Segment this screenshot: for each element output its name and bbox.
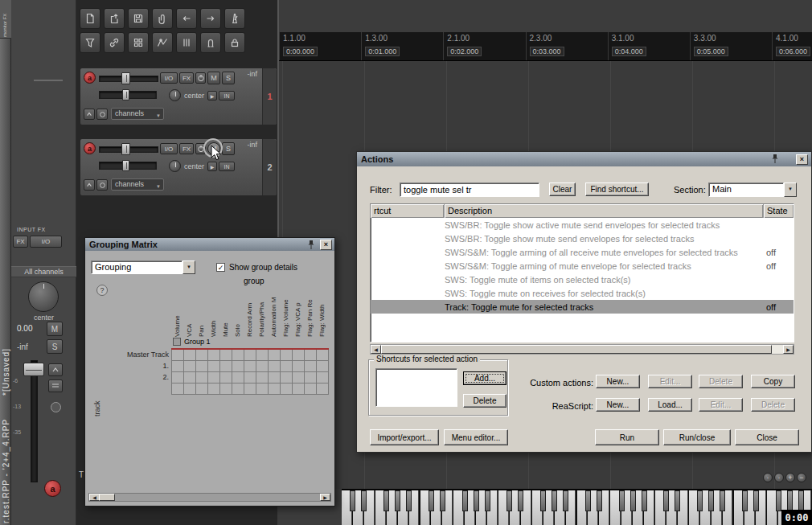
grouping-cell[interactable] bbox=[244, 350, 256, 361]
grouping-cell[interactable] bbox=[208, 361, 220, 372]
action-row[interactable]: SWS/S&M: Toggle arming of all receive mu… bbox=[371, 245, 794, 259]
clear-button[interactable]: Clear bbox=[549, 183, 576, 196]
master-envelope-button[interactable] bbox=[48, 363, 63, 376]
track1-solo-button[interactable]: S bbox=[222, 72, 235, 84]
grouping-cell[interactable] bbox=[208, 372, 220, 383]
grouping-cell[interactable] bbox=[172, 383, 184, 395]
pin-icon[interactable] bbox=[771, 154, 779, 164]
menu-editor-button[interactable]: Menu editor... bbox=[444, 429, 508, 445]
piano-black-key[interactable] bbox=[585, 490, 591, 511]
grouping-cell[interactable] bbox=[232, 372, 244, 383]
track2-io-button[interactable]: I/O bbox=[160, 143, 178, 154]
grouping-cell[interactable] bbox=[256, 383, 269, 395]
run-close-button[interactable]: Run/close bbox=[663, 429, 731, 445]
grouping-cell[interactable] bbox=[232, 383, 244, 395]
all-channels-label[interactable]: All channels bbox=[11, 266, 76, 277]
track1-envelope-button[interactable] bbox=[84, 109, 95, 120]
scroll-dot2-icon[interactable]: · bbox=[774, 473, 784, 482]
grouping-cell[interactable] bbox=[220, 383, 232, 395]
grouping-matrix-window[interactable]: Grouping Matrix × Grouping ▼ ✓ Show grou… bbox=[84, 237, 335, 507]
master-mute-button[interactable]: M bbox=[47, 322, 63, 336]
reascript-new-button[interactable]: New... bbox=[596, 398, 640, 412]
track2-input-button[interactable]: IN bbox=[219, 162, 235, 171]
grouping-cell[interactable] bbox=[184, 383, 196, 395]
grouping-cell[interactable] bbox=[184, 372, 196, 383]
track-panel-2[interactable]: a I/O FX M S -inf center ▶ IN channels▼ … bbox=[80, 138, 277, 196]
grouping-cell[interactable] bbox=[196, 372, 208, 383]
grouping-cell[interactable] bbox=[196, 350, 208, 361]
redo-arrow-icon[interactable] bbox=[200, 8, 221, 29]
timeline-marker[interactable]: 1.3.000:01.000 bbox=[365, 34, 400, 57]
custom-actions-new-button[interactable]: New... bbox=[596, 375, 640, 388]
scroll-dot-icon[interactable]: · bbox=[763, 473, 773, 482]
column-header-shortcut[interactable]: rtcut bbox=[371, 204, 445, 218]
piano-black-key[interactable] bbox=[619, 490, 625, 511]
track2-volume-handle[interactable] bbox=[121, 143, 130, 155]
metronome-icon[interactable] bbox=[224, 8, 245, 29]
piano-black-key[interactable] bbox=[361, 490, 367, 511]
help-button[interactable]: ? bbox=[96, 285, 108, 296]
actions-titlebar[interactable]: Actions × bbox=[357, 152, 811, 166]
piano-black-key[interactable] bbox=[429, 490, 434, 511]
scroll-left-icon[interactable]: ◀ bbox=[371, 345, 381, 354]
grouping-cell[interactable] bbox=[220, 372, 232, 383]
track1-mute-button[interactable]: M bbox=[207, 72, 220, 84]
column-header-state[interactable]: State bbox=[764, 204, 794, 218]
pin-icon[interactable] bbox=[307, 240, 315, 250]
track1-pan-handle[interactable] bbox=[122, 89, 129, 100]
grouping-cell[interactable] bbox=[269, 383, 281, 395]
piano-black-key[interactable] bbox=[540, 490, 546, 511]
grouping-titlebar[interactable]: Grouping Matrix × bbox=[85, 238, 334, 251]
grouping-cell[interactable] bbox=[172, 361, 184, 372]
zoom-out-button[interactable]: − bbox=[797, 473, 806, 482]
zoom-in-button[interactable]: + bbox=[785, 473, 795, 482]
piano-black-key[interactable] bbox=[753, 490, 759, 511]
piano-black-key[interactable] bbox=[742, 490, 748, 511]
show-group-details-checkbox[interactable]: ✓ bbox=[216, 263, 225, 272]
grouping-cell[interactable] bbox=[244, 361, 256, 372]
grouping-cell[interactable] bbox=[293, 372, 305, 383]
track2-phase-button[interactable] bbox=[96, 179, 108, 191]
custom-actions-copy-button[interactable]: Copy bbox=[751, 375, 795, 388]
open-document-icon[interactable] bbox=[104, 8, 125, 29]
track2-fx-button[interactable]: FX bbox=[179, 143, 194, 154]
master-solo-button[interactable]: S bbox=[47, 339, 63, 354]
piano-black-key[interactable] bbox=[663, 490, 669, 511]
grouping-cell[interactable] bbox=[196, 383, 208, 395]
track1-fx-bypass-button[interactable] bbox=[195, 72, 206, 84]
close-icon[interactable]: × bbox=[320, 240, 332, 250]
piano-black-key[interactable] bbox=[720, 490, 725, 511]
track1-recarm-button[interactable]: a bbox=[84, 72, 96, 84]
piano-black-key[interactable] bbox=[518, 490, 523, 511]
paperclip-icon[interactable] bbox=[152, 8, 173, 29]
piano-black-key[interactable] bbox=[563, 490, 568, 511]
timeline-marker[interactable]: 3.1.000:04.000 bbox=[612, 34, 646, 57]
grouping-cell[interactable] bbox=[256, 361, 269, 372]
grouping-cell[interactable] bbox=[293, 350, 305, 361]
scrollbar-thumb[interactable] bbox=[99, 494, 115, 501]
track2-pan-handle[interactable] bbox=[122, 160, 129, 171]
grouping-cell[interactable] bbox=[172, 350, 184, 361]
piano-black-key[interactable] bbox=[395, 490, 400, 511]
grouping-cell[interactable] bbox=[269, 361, 281, 372]
run-button[interactable]: Run bbox=[595, 429, 659, 445]
envelope-wave-icon[interactable] bbox=[152, 32, 173, 53]
track2-number-strip[interactable]: 2 bbox=[262, 139, 277, 195]
track1-number-strip[interactable]: 1 bbox=[262, 68, 277, 125]
grid-squares-icon[interactable] bbox=[128, 32, 149, 53]
master-io-button[interactable]: I/O bbox=[30, 236, 62, 248]
grouping-mode-dropdown[interactable]: Grouping ▼ bbox=[91, 260, 195, 274]
vertical-titlebar[interactable]: monitor FX *[Unsaved] r.test.RPP - '2+4_… bbox=[0, 0, 11, 525]
timeline-marker[interactable]: 4.1.000:06.000 bbox=[776, 34, 810, 57]
grouping-cell[interactable] bbox=[244, 372, 256, 383]
master-fader-track[interactable] bbox=[31, 360, 38, 482]
grouping-cell[interactable] bbox=[281, 383, 293, 395]
master-fx-button[interactable]: FX bbox=[13, 236, 28, 248]
piano-black-key[interactable] bbox=[697, 490, 703, 511]
grouping-cell[interactable] bbox=[281, 361, 293, 372]
scrollbar-thumb[interactable] bbox=[381, 345, 772, 354]
grouping-cell[interactable] bbox=[184, 361, 196, 372]
grouping-cell[interactable] bbox=[269, 350, 281, 361]
grouping-cell[interactable] bbox=[281, 350, 293, 361]
track1-width-knob[interactable] bbox=[169, 89, 181, 101]
